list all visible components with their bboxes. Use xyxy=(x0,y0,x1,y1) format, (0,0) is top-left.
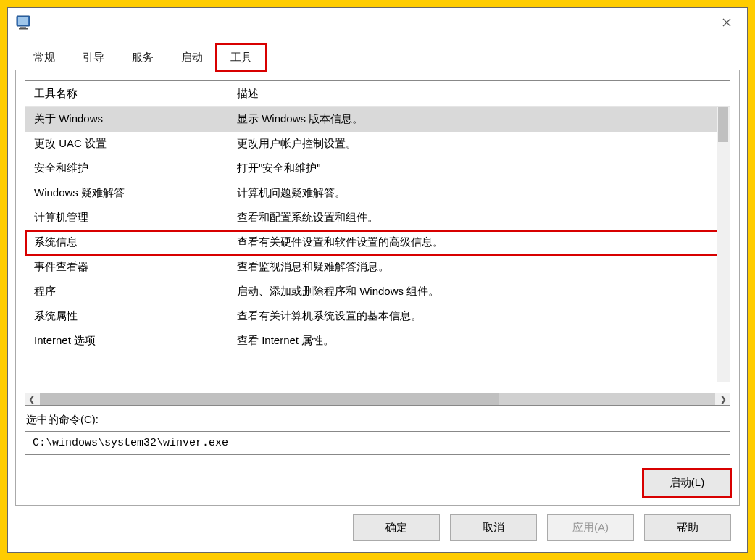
vertical-scrollbar[interactable] xyxy=(717,107,730,382)
tool-name-cell: 事件查看器 xyxy=(25,258,228,276)
tool-desc-cell: 查看有关硬件设置和软件设置的高级信息。 xyxy=(228,233,730,251)
tab-bar: 常规 引导 服务 启动 工具 xyxy=(15,44,740,70)
tab-startup[interactable]: 启动 xyxy=(167,44,217,70)
tool-desc-cell: 启动、添加或删除程序和 Windows 组件。 xyxy=(228,283,730,301)
tool-name-cell: 更改 UAC 设置 xyxy=(25,135,228,153)
tools-list: 工具名称 描述 关于 Windows显示 Windows 版本信息。更改 UAC… xyxy=(25,80,730,406)
launch-button[interactable]: 启动(L) xyxy=(643,469,730,496)
tool-name-cell: Windows 疑难解答 xyxy=(25,184,228,202)
tool-name-cell: 关于 Windows xyxy=(25,110,228,128)
table-row[interactable]: Internet 选项查看 Internet 属性。 xyxy=(25,329,730,354)
tool-name-cell: 安全和维护 xyxy=(25,159,228,177)
app-icon xyxy=(15,14,31,30)
help-button[interactable]: 帮助 xyxy=(644,514,731,541)
annotation-frame: 常规 引导 服务 启动 工具 工具名称 描述 关于 Windows显示 Wind… xyxy=(0,0,755,560)
list-body: 关于 Windows显示 Windows 版本信息。更改 UAC 设置更改用户帐… xyxy=(25,107,730,393)
tool-desc-cell: 查看有关计算机系统设置的基本信息。 xyxy=(228,307,730,325)
cancel-button[interactable]: 取消 xyxy=(450,514,537,541)
table-row[interactable]: 程序启动、添加或删除程序和 Windows 组件。 xyxy=(25,280,730,304)
svg-rect-2 xyxy=(20,27,26,28)
scroll-left-arrow-icon[interactable]: ❮ xyxy=(25,393,38,405)
apply-button[interactable]: 应用(A) xyxy=(547,514,634,541)
tool-name-cell: 计算机管理 xyxy=(25,209,228,227)
selected-command-input[interactable] xyxy=(25,431,730,455)
column-header-desc[interactable]: 描述 xyxy=(228,81,730,106)
horizontal-scrollbar[interactable]: ❮ ❯ xyxy=(25,393,730,405)
tab-general[interactable]: 常规 xyxy=(20,44,69,70)
tools-panel: 工具名称 描述 关于 Windows显示 Windows 版本信息。更改 UAC… xyxy=(15,70,740,506)
selected-command-label: 选中的命令(C): xyxy=(26,413,730,427)
tool-name-cell: 程序 xyxy=(25,283,228,301)
tab-boot[interactable]: 引导 xyxy=(69,44,118,70)
table-row[interactable]: 安全和维护打开"安全和维护" xyxy=(25,156,730,181)
table-row[interactable]: 计算机管理查看和配置系统设置和组件。 xyxy=(25,206,730,230)
column-header-name[interactable]: 工具名称 xyxy=(25,81,228,106)
table-row[interactable]: 事件查看器查看监视消息和疑难解答消息。 xyxy=(25,255,730,280)
tab-services[interactable]: 服务 xyxy=(118,44,167,70)
svg-rect-1 xyxy=(18,17,28,25)
table-row[interactable]: 系统信息查看有关硬件设置和软件设置的高级信息。 xyxy=(25,230,730,255)
svg-rect-3 xyxy=(19,28,28,30)
tool-name-cell: 系统信息 xyxy=(25,233,228,251)
client-area: 常规 引导 服务 启动 工具 工具名称 描述 关于 Windows显示 Wind… xyxy=(8,37,747,552)
tool-desc-cell: 显示 Windows 版本信息。 xyxy=(228,110,730,128)
tool-desc-cell: 查看 Internet 属性。 xyxy=(228,332,730,350)
tool-desc-cell: 计算机问题疑难解答。 xyxy=(228,184,730,202)
tool-name-cell: Internet 选项 xyxy=(25,332,228,350)
tool-desc-cell: 打开"安全和维护" xyxy=(228,159,730,177)
msconfig-window: 常规 引导 服务 启动 工具 工具名称 描述 关于 Windows显示 Wind… xyxy=(7,7,748,553)
horizontal-scrollbar-thumb[interactable] xyxy=(40,393,499,405)
scroll-right-arrow-icon[interactable]: ❯ xyxy=(717,393,730,405)
titlebar xyxy=(8,8,747,37)
tool-desc-cell: 查看和配置系统设置和组件。 xyxy=(228,209,730,227)
horizontal-scrollbar-track[interactable] xyxy=(40,393,715,405)
table-row[interactable]: 更改 UAC 设置更改用户帐户控制设置。 xyxy=(25,132,730,156)
table-row[interactable]: 关于 Windows显示 Windows 版本信息。 xyxy=(25,107,730,132)
tab-tools[interactable]: 工具 xyxy=(217,44,266,70)
tool-desc-cell: 查看监视消息和疑难解答消息。 xyxy=(228,258,730,276)
ok-button[interactable]: 确定 xyxy=(353,514,440,541)
tool-desc-cell: 更改用户帐户控制设置。 xyxy=(228,135,730,153)
table-row[interactable]: 系统属性查看有关计算机系统设置的基本信息。 xyxy=(25,304,730,329)
vertical-scrollbar-thumb[interactable] xyxy=(718,107,728,142)
close-button[interactable] xyxy=(711,12,743,33)
table-row[interactable]: Windows 疑难解答计算机问题疑难解答。 xyxy=(25,181,730,206)
tool-name-cell: 系统属性 xyxy=(25,307,228,325)
dialog-button-row: 确定 取消 应用(A) 帮助 xyxy=(15,514,740,543)
list-header: 工具名称 描述 xyxy=(25,81,730,107)
